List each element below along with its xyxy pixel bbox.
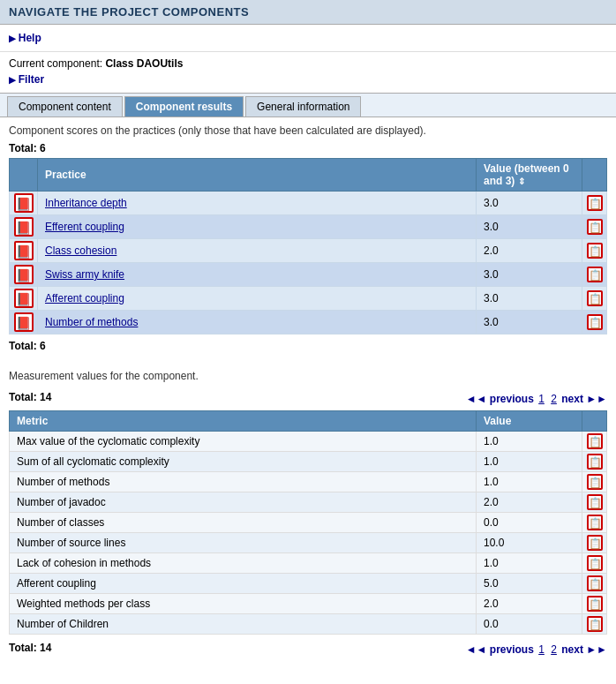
value-col-header: Value (between 0 and 3) ⇕ — [477, 159, 582, 192]
metric-value-cell: 0.0 — [477, 513, 582, 533]
metric-action-cell: 📋 — [582, 472, 607, 492]
book-icon-cell: 📕 — [10, 311, 38, 334]
copy-icon[interactable]: 📋 — [587, 515, 603, 530]
practice-value-cell: 3.0 — [477, 215, 582, 239]
copy-icon[interactable]: 📋 — [587, 596, 603, 612]
metric-col-header: Metric — [10, 411, 477, 432]
page1-link-bottom[interactable]: 1 — [538, 643, 545, 656]
table-row: Sum of all cyclomatic complexity 1.0 📋 — [10, 452, 607, 472]
book-icon-cell: 📕 — [10, 192, 38, 215]
measurements-total-bottom: Total: 14 ◄◄ previous 1 2 next ►► — [9, 638, 607, 661]
book-icon-cell: 📕 — [10, 287, 38, 311]
metric-name-cell: Number of source lines — [10, 533, 477, 553]
practice-value-cell: 3.0 — [477, 287, 582, 311]
practices-total-top: Total: 6 — [9, 142, 607, 154]
pagination-top: ◄◄ previous 1 2 next ►► — [466, 393, 607, 405]
table-row: Number of source lines 10.0 📋 — [10, 533, 607, 553]
metric-action-cell: 📋 — [582, 452, 607, 472]
table-row: Weighted methods per class 2.0 📋 — [10, 594, 607, 614]
book-icon: 📕 — [14, 312, 34, 332]
filter-section: Filter — [0, 73, 616, 93]
metric-name-cell: Sum of all cyclomatic complexity — [10, 452, 477, 472]
table-row: Max value of the cyclomatic complexity 1… — [10, 432, 607, 452]
measurements-total-top-label: Total: 14 — [9, 391, 51, 403]
practice-value-cell: 3.0 — [477, 263, 582, 287]
next-btn-top[interactable]: next ►► — [561, 393, 607, 405]
practice-link[interactable]: Number of methods — [45, 316, 138, 328]
practice-icon-header — [10, 159, 38, 192]
page2-link-top[interactable]: 2 — [551, 393, 557, 405]
table-row: 📕 Inheritance depth 3.0 📋 — [10, 192, 607, 215]
metric-name-cell: Number of Children — [10, 614, 477, 635]
previous-btn-top[interactable]: ◄◄ previous — [466, 393, 534, 405]
tab-component-results[interactable]: Component results — [124, 96, 244, 117]
practice-action-cell: 📋 — [582, 311, 607, 334]
page1-link-top[interactable]: 1 — [538, 393, 545, 405]
copy-icon[interactable]: 📋 — [587, 243, 603, 259]
practice-link[interactable]: Swiss army knife — [45, 268, 124, 281]
practices-table: Practice Value (between 0 and 3) ⇕ 📕 Inh… — [9, 158, 607, 334]
copy-icon[interactable]: 📋 — [587, 535, 603, 551]
previous-btn-bottom[interactable]: ◄◄ previous — [466, 643, 534, 656]
metrics-table: Metric Value Max value of the cyclomatic… — [9, 410, 607, 635]
practice-value-cell: 3.0 — [477, 311, 582, 334]
practice-link[interactable]: Inheritance depth — [45, 197, 127, 209]
practice-name-cell: Number of methods — [38, 311, 477, 334]
metric-action-cell: 📋 — [582, 553, 607, 574]
copy-icon[interactable]: 📋 — [587, 219, 603, 235]
practice-link[interactable]: Efferent coupling — [45, 221, 124, 233]
metric-value-cell: 1.0 — [477, 472, 582, 492]
practice-name-cell: Afferent coupling — [38, 287, 477, 311]
current-component: Current component: Class DAOUtils — [0, 52, 616, 73]
practice-name-cell: Inheritance depth — [38, 192, 477, 215]
tab-general-information[interactable]: General information — [245, 96, 361, 117]
practices-total-bottom: Total: 6 — [9, 340, 607, 352]
table-row: Afferent coupling 5.0 📋 — [10, 574, 607, 594]
metric-value-cell: 2.0 — [477, 492, 582, 513]
copy-icon[interactable]: 📋 — [587, 575, 603, 591]
measurements-description: Measurement values for the component. — [9, 370, 607, 382]
metric-name-cell: Afferent coupling — [10, 574, 477, 594]
table-row: Number of Children 0.0 📋 — [10, 614, 607, 635]
book-icon: 📕 — [14, 241, 34, 260]
metric-action-cell: 📋 — [582, 594, 607, 614]
practice-value-cell: 2.0 — [477, 239, 582, 263]
copy-icon[interactable]: 📋 — [587, 290, 603, 306]
practice-link[interactable]: Class cohesion — [45, 244, 116, 257]
copy-icon[interactable]: 📋 — [587, 616, 603, 632]
table-row: 📕 Efferent coupling 3.0 📋 — [10, 215, 607, 239]
help-link[interactable]: Help — [9, 32, 41, 44]
metric-value-cell: 1.0 — [477, 452, 582, 472]
table-row: Number of methods 1.0 📋 — [10, 472, 607, 492]
practice-name-cell: Swiss army knife — [38, 263, 477, 287]
book-icon-cell: 📕 — [10, 215, 38, 239]
page2-link-bottom[interactable]: 2 — [551, 643, 557, 656]
copy-icon[interactable]: 📋 — [587, 494, 603, 510]
metric-value-cell: 0.0 — [477, 614, 582, 635]
copy-icon[interactable]: 📋 — [587, 555, 603, 571]
practice-link[interactable]: Afferent coupling — [45, 292, 124, 304]
book-icon: 📕 — [14, 193, 34, 213]
help-section: Help — [0, 25, 616, 52]
table-row: 📕 Afferent coupling 3.0 📋 — [10, 287, 607, 311]
copy-icon[interactable]: 📋 — [587, 454, 603, 470]
practice-action-cell: 📋 — [582, 263, 607, 287]
practice-name-cell: Efferent coupling — [38, 215, 477, 239]
pagination-bottom: ◄◄ previous 1 2 next ►► — [466, 643, 607, 656]
tab-component-content[interactable]: Component content — [7, 96, 123, 117]
metric-name-cell: Number of methods — [10, 472, 477, 492]
filter-link[interactable]: Filter — [9, 73, 44, 86]
book-icon-cell: 📕 — [10, 263, 38, 287]
practice-action-cell: 📋 — [582, 287, 607, 311]
copy-icon[interactable]: 📋 — [587, 474, 603, 490]
metric-name-cell: Number of classes — [10, 513, 477, 533]
copy-icon[interactable]: 📋 — [587, 314, 603, 330]
metric-action-cell: 📋 — [582, 533, 607, 553]
copy-icon[interactable]: 📋 — [587, 267, 603, 282]
copy-icon[interactable]: 📋 — [587, 195, 603, 211]
copy-icon[interactable]: 📋 — [587, 433, 603, 449]
metric-action-cell: 📋 — [582, 492, 607, 513]
metric-action-header — [582, 411, 607, 432]
next-btn-bottom[interactable]: next ►► — [561, 643, 607, 656]
metric-action-cell: 📋 — [582, 574, 607, 594]
